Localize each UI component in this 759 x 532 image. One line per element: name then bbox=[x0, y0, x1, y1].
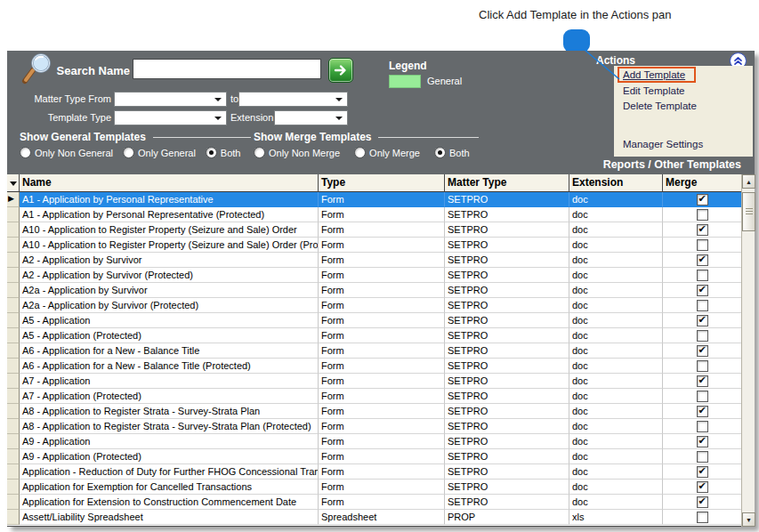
radio-only-general[interactable]: Only General bbox=[123, 147, 196, 158]
merge-checkbox[interactable] bbox=[697, 239, 708, 251]
merge-checkbox[interactable] bbox=[697, 496, 708, 508]
column-header-extension[interactable]: Extension bbox=[569, 174, 663, 191]
merge-checkbox[interactable] bbox=[697, 270, 708, 281]
table-row[interactable]: Assett/Liability SpreadsheetSpreadsheetP… bbox=[7, 510, 741, 525]
table-row[interactable]: A8 - Application to Register Strata - Su… bbox=[7, 419, 741, 434]
matter-type-from-select[interactable] bbox=[114, 92, 227, 107]
merge-checkbox[interactable] bbox=[697, 391, 708, 402]
merge-checkbox[interactable] bbox=[697, 254, 708, 266]
table-row[interactable]: A2a - Application by Survivor (Protected… bbox=[7, 298, 741, 313]
table-row[interactable]: A1 - Application by Personal Representat… bbox=[7, 192, 741, 207]
merge-checkbox[interactable] bbox=[697, 285, 708, 296]
row-selector[interactable] bbox=[7, 298, 20, 313]
row-selector[interactable] bbox=[7, 343, 20, 359]
table-row[interactable]: A5 - ApplicationFormSETPROdoc bbox=[7, 313, 741, 328]
merge-checkbox[interactable] bbox=[697, 436, 708, 447]
row-selector[interactable] bbox=[7, 328, 20, 343]
search-go-button[interactable] bbox=[328, 58, 353, 83]
cell-matter-type: SETPRO bbox=[445, 343, 569, 359]
extension-label: Extension bbox=[230, 112, 273, 123]
row-selector[interactable] bbox=[7, 253, 20, 268]
edit-template-link[interactable]: Edit Template bbox=[623, 85, 684, 96]
row-selector[interactable] bbox=[7, 464, 20, 480]
delete-template-link[interactable]: Delete Template bbox=[623, 101, 697, 111]
row-selector[interactable] bbox=[7, 268, 20, 283]
table-row[interactable]: A5 - Application (Protected)FormSETPROdo… bbox=[7, 328, 741, 343]
matter-type-from-label: Matter Type From bbox=[7, 93, 111, 104]
merge-checkbox[interactable] bbox=[697, 300, 708, 311]
row-selector[interactable] bbox=[7, 495, 20, 510]
row-selector[interactable] bbox=[7, 480, 20, 495]
row-selector[interactable] bbox=[7, 207, 20, 222]
radio-only-non-merge[interactable]: Only Non Merge bbox=[254, 147, 340, 158]
extension-select[interactable] bbox=[274, 110, 348, 125]
table-row[interactable]: A6 - Application for a New - Balance Tit… bbox=[7, 343, 741, 359]
row-selector[interactable] bbox=[7, 374, 20, 389]
cell-type: Form bbox=[319, 374, 445, 389]
row-selector[interactable] bbox=[7, 434, 20, 449]
column-header-matter-type[interactable]: Matter Type bbox=[445, 174, 569, 191]
merge-checkbox[interactable] bbox=[697, 194, 708, 206]
table-row[interactable]: A2 - Application by SurvivorFormSETPROdo… bbox=[7, 253, 741, 268]
template-type-select[interactable] bbox=[114, 110, 227, 125]
table-row[interactable]: A7 - Application (Protected)FormSETPROdo… bbox=[7, 389, 741, 404]
radio-icon bbox=[254, 147, 265, 158]
row-selector[interactable] bbox=[7, 389, 20, 404]
row-selector-header[interactable] bbox=[7, 174, 20, 191]
vertical-scrollbar[interactable]: ▲ ▼ bbox=[741, 174, 755, 527]
radio-general-both[interactable]: Both bbox=[206, 147, 241, 158]
table-row[interactable]: A2a - Application by SurvivorFormSETPROd… bbox=[7, 283, 741, 298]
table-row[interactable]: Application for Exemption for Cancelled … bbox=[7, 480, 741, 495]
merge-checkbox[interactable] bbox=[697, 406, 708, 417]
search-input[interactable] bbox=[133, 59, 321, 79]
column-header-type[interactable]: Type bbox=[319, 174, 445, 191]
merge-checkbox[interactable] bbox=[697, 375, 708, 387]
row-selector[interactable] bbox=[7, 449, 20, 464]
table-row[interactable]: A2 - Application by Survivor (Protected)… bbox=[7, 268, 741, 283]
template-type-label: Template Type bbox=[7, 112, 111, 123]
merge-checkbox[interactable] bbox=[697, 512, 708, 523]
row-selector[interactable] bbox=[7, 222, 20, 238]
row-selector[interactable] bbox=[7, 313, 20, 328]
scrollbar-thumb[interactable] bbox=[742, 192, 755, 231]
row-selector[interactable] bbox=[7, 283, 20, 298]
table-row[interactable]: A1 - Application by Personal Representat… bbox=[7, 207, 741, 222]
table-row[interactable]: A8 - Application to Register Strata - Su… bbox=[7, 404, 741, 419]
merge-checkbox[interactable] bbox=[697, 209, 708, 221]
row-selector[interactable] bbox=[7, 238, 20, 253]
radio-only-non-general[interactable]: Only Non General bbox=[20, 147, 113, 158]
merge-checkbox[interactable] bbox=[697, 315, 708, 326]
table-row[interactable]: A9 - Application (Protected)FormSETPROdo… bbox=[7, 449, 741, 464]
merge-checkbox[interactable] bbox=[697, 360, 708, 372]
scroll-down-button[interactable]: ▼ bbox=[742, 512, 755, 527]
table-row[interactable]: A10 - Application to Register Property (… bbox=[7, 222, 741, 238]
merge-checkbox[interactable] bbox=[697, 421, 708, 432]
merge-checkbox[interactable] bbox=[697, 451, 708, 463]
radio-merge-both[interactable]: Both bbox=[434, 147, 470, 158]
table-row[interactable]: A7 - ApplicationFormSETPROdoc bbox=[7, 374, 741, 389]
radio-only-merge[interactable]: Only Merge bbox=[354, 147, 420, 158]
table-row[interactable]: A6 - Application for a New - Balance Tit… bbox=[7, 359, 741, 374]
row-selector[interactable] bbox=[7, 192, 20, 207]
cell-extension: doc bbox=[569, 313, 663, 328]
row-selector[interactable] bbox=[7, 404, 20, 419]
table-row[interactable]: Application - Reduction of Duty for Furt… bbox=[7, 464, 741, 480]
row-selector[interactable] bbox=[7, 359, 20, 374]
table-row[interactable]: A9 - ApplicationFormSETPROdoc bbox=[7, 434, 741, 449]
column-header-merge[interactable]: Merge bbox=[663, 174, 741, 191]
table-row[interactable]: A10 - Application to Register Property (… bbox=[7, 238, 741, 253]
row-selector[interactable] bbox=[7, 419, 20, 434]
scroll-up-button[interactable]: ▲ bbox=[742, 174, 755, 189]
merge-checkbox[interactable] bbox=[697, 345, 708, 357]
column-header-name[interactable]: Name bbox=[20, 174, 319, 191]
merge-checkbox[interactable] bbox=[697, 330, 708, 342]
table-row[interactable]: Application for Extension to Constructio… bbox=[7, 495, 741, 510]
row-selector[interactable] bbox=[7, 510, 20, 525]
merge-checkbox[interactable] bbox=[697, 481, 708, 493]
merge-checkbox[interactable] bbox=[697, 466, 708, 478]
cell-matter-type: SETPRO bbox=[445, 283, 569, 298]
tutorial-highlight-box bbox=[618, 67, 696, 83]
manager-settings-link[interactable]: Manager Settings bbox=[623, 139, 703, 149]
matter-type-to-select[interactable] bbox=[238, 92, 348, 107]
merge-checkbox[interactable] bbox=[697, 224, 708, 236]
